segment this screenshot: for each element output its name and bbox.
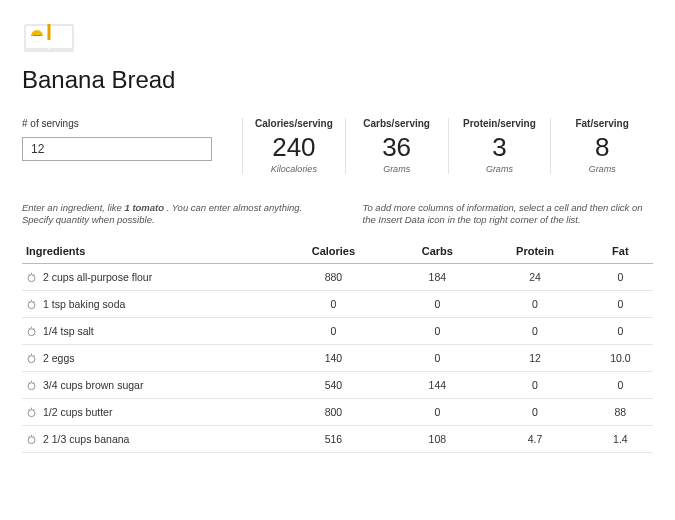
table-header-row: Ingredients Calories Carbs Protein Fat [22, 239, 653, 264]
svg-rect-3 [33, 35, 41, 36]
food-icon [26, 407, 37, 418]
col-fat: Fat [588, 239, 653, 264]
table-row[interactable]: 3/4 cups brown sugar54014400 [22, 372, 653, 399]
food-icon [26, 380, 37, 391]
food-icon [26, 353, 37, 364]
table-row[interactable]: 2 cups all-purpose flour880184240 [22, 264, 653, 291]
cell-protein: 0 [482, 291, 587, 318]
food-icon [26, 434, 37, 445]
stat-label: Carbs/serving [356, 118, 438, 129]
cell-calories: 140 [274, 345, 392, 372]
stat-unit: Grams [459, 164, 541, 174]
stat-label: Fat/serving [561, 118, 643, 129]
stat-calories: Calories/serving 240 Kilocalories [242, 118, 345, 174]
stat-value: 3 [459, 133, 541, 162]
hint-right: To add more columns of information, sele… [363, 202, 654, 228]
recipe-title: Banana Bread [22, 66, 653, 94]
recipe-book-icon [22, 18, 76, 56]
cell-calories: 516 [274, 426, 392, 453]
stat-value: 240 [253, 133, 335, 162]
stat-unit: Kilocalories [253, 164, 335, 174]
col-protein: Protein [482, 239, 587, 264]
cell-fat: 0 [588, 291, 653, 318]
cell-carbs: 184 [392, 264, 482, 291]
ingredient-name: 1 tsp baking soda [43, 298, 125, 310]
ingredient-name: 2 cups all-purpose flour [43, 271, 152, 283]
stats-row: # of servings Calories/serving 240 Kiloc… [22, 118, 653, 174]
food-icon [26, 299, 37, 310]
cell-protein: 0 [482, 399, 587, 426]
stat-unit: Grams [561, 164, 643, 174]
cell-fat: 0 [588, 318, 653, 345]
ingredients-table: Ingredients Calories Carbs Protein Fat 2… [22, 239, 653, 453]
stat-label: Protein/serving [459, 118, 541, 129]
ingredient-name: 1/2 cups butter [43, 406, 112, 418]
food-icon [26, 272, 37, 283]
table-row[interactable]: 1 tsp baking soda0000 [22, 291, 653, 318]
hint-left: Enter an ingredient, like 1 tomato . You… [22, 202, 313, 228]
table-row[interactable]: 1/2 cups butter8000088 [22, 399, 653, 426]
table-row[interactable]: 1/4 tsp salt0000 [22, 318, 653, 345]
hints-row: Enter an ingredient, like 1 tomato . You… [22, 202, 653, 228]
cell-protein: 12 [482, 345, 587, 372]
col-calories: Calories [274, 239, 392, 264]
cell-calories: 880 [274, 264, 392, 291]
cell-protein: 4.7 [482, 426, 587, 453]
stat-protein: Protein/serving 3 Grams [448, 118, 551, 174]
cell-fat: 0 [588, 264, 653, 291]
table-row[interactable]: 2 1/3 cups banana5161084.71.4 [22, 426, 653, 453]
cell-fat: 1.4 [588, 426, 653, 453]
ingredient-name: 2 eggs [43, 352, 75, 364]
col-carbs: Carbs [392, 239, 482, 264]
servings-input[interactable] [22, 137, 212, 161]
cell-carbs: 108 [392, 426, 482, 453]
svg-rect-1 [48, 24, 51, 40]
cell-carbs: 0 [392, 318, 482, 345]
col-ingredients: Ingredients [22, 239, 274, 264]
stat-label: Calories/serving [253, 118, 335, 129]
cell-calories: 800 [274, 399, 392, 426]
cell-calories: 0 [274, 291, 392, 318]
cell-calories: 0 [274, 318, 392, 345]
cell-fat: 0 [588, 372, 653, 399]
stat-value: 36 [356, 133, 438, 162]
table-row[interactable]: 2 eggs14001210.0 [22, 345, 653, 372]
ingredient-name: 3/4 cups brown sugar [43, 379, 143, 391]
servings-block: # of servings [22, 118, 242, 161]
stat-value: 8 [561, 133, 643, 162]
cell-fat: 10.0 [588, 345, 653, 372]
stat-carbs: Carbs/serving 36 Grams [345, 118, 448, 174]
cell-carbs: 0 [392, 399, 482, 426]
cell-fat: 88 [588, 399, 653, 426]
ingredient-name: 2 1/3 cups banana [43, 433, 129, 445]
cell-calories: 540 [274, 372, 392, 399]
cell-carbs: 0 [392, 291, 482, 318]
stat-fat: Fat/serving 8 Grams [550, 118, 653, 174]
food-icon [26, 326, 37, 337]
servings-label: # of servings [22, 118, 212, 129]
stat-unit: Grams [356, 164, 438, 174]
cell-carbs: 144 [392, 372, 482, 399]
cell-protein: 0 [482, 318, 587, 345]
cell-protein: 0 [482, 372, 587, 399]
cell-protein: 24 [482, 264, 587, 291]
cell-carbs: 0 [392, 345, 482, 372]
ingredient-name: 1/4 tsp salt [43, 325, 94, 337]
